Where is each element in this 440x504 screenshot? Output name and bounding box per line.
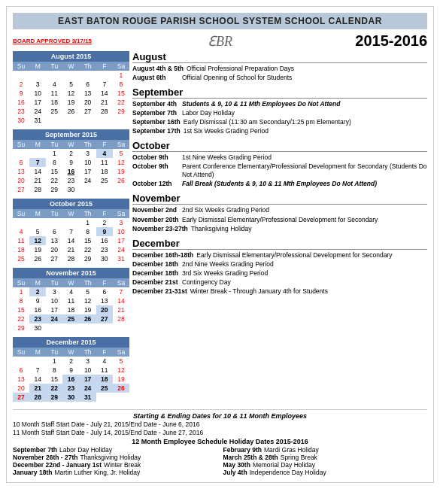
col-th: Th (80, 140, 96, 149)
date-cell: 13 (80, 89, 96, 98)
date-cell: 18 (62, 305, 79, 314)
event-item: August 4th & 5th Official Professional P… (132, 65, 427, 73)
event-item: September 4th Students & 9, 10 & 11 Mth … (132, 100, 427, 108)
col-m: M (29, 278, 46, 287)
event-date: December 16th-18th (132, 251, 193, 260)
date-cell: 3 (80, 149, 96, 158)
holiday-date: May 30th (223, 461, 250, 469)
date-cell: 20 (46, 245, 62, 254)
date-cell: 5 (62, 80, 79, 89)
date-cell: 3 (46, 287, 62, 296)
date-cell: 20 (13, 384, 29, 393)
date-cell: 17 (80, 375, 96, 384)
logo-text: ƐΒR (208, 34, 232, 49)
date-cell: 8 (113, 80, 129, 89)
event-desc: Labor Day Holiday (182, 109, 427, 117)
col-su: Su (13, 140, 29, 149)
date-cell: 5 (113, 357, 129, 366)
date-cell: 4 (96, 149, 113, 158)
date-cell: 25 (96, 384, 113, 393)
date-cell: 17 (80, 167, 96, 176)
event-item: December 21st Contingency Day (132, 278, 427, 287)
date-cell: 27 (13, 185, 29, 194)
col-m: M (29, 140, 46, 149)
holiday-item: July 4th Independence Day Holiday (223, 469, 428, 476)
november-header: November 2015 (13, 268, 129, 278)
holiday-date: March 25th & 28th (223, 454, 278, 461)
holiday-name: Mardi Gras Holiday (264, 446, 319, 454)
date-cell: 29 (46, 185, 62, 194)
date-cell (96, 71, 113, 80)
col-sa: Sa (113, 348, 129, 357)
date-cell: 12 (113, 158, 129, 167)
december-label: December (132, 238, 427, 250)
event-date: September 17th (132, 127, 181, 135)
event-desc: 3rd Six Weeks Grading Period (182, 269, 427, 278)
date-cell: 3 (80, 357, 96, 366)
date-cell: 30 (62, 393, 79, 402)
date-cell: 9 (96, 227, 113, 236)
staff-row-1: 10 Month Staff Start Date - July 21, 201… (13, 421, 427, 428)
date-cell: 25 (96, 176, 113, 185)
holiday-date: July 4th (223, 469, 247, 476)
date-cell: 11 (13, 236, 29, 245)
date-cell: 12 (113, 366, 129, 375)
november-table: Su M Tu W Th F Sa 1 2 3 4 5 6 (13, 278, 129, 332)
date-cell: 13 (46, 236, 62, 245)
date-cell: 11 (96, 366, 113, 375)
date-cell: 19 (62, 98, 79, 107)
date-cell: 31 (80, 393, 96, 402)
year-title: 2015-2016 (289, 32, 427, 50)
date-cell: 10 (46, 296, 62, 305)
date-cell: 7 (62, 227, 79, 236)
date-cell: 22 (80, 245, 96, 254)
event-date: November 23-27th (132, 225, 188, 233)
col-w: W (62, 209, 79, 218)
event-desc: Parent Conference Elementary/Professiona… (182, 162, 427, 179)
events-column: August August 4th & 5th Official Profess… (132, 51, 427, 406)
date-cell (96, 323, 113, 332)
december-calendar: December 2015 Su M Tu W Th F Sa 1 (13, 337, 129, 402)
date-cell (80, 185, 96, 194)
date-cell (96, 116, 113, 125)
holiday-name: Labor Day Holiday (59, 446, 112, 454)
event-item: September 7th Labor Day Holiday (132, 109, 427, 117)
event-desc: Students & 9, 10 & 11 Mth Employees Do N… (182, 100, 427, 108)
date-cell: 16 (13, 98, 29, 107)
event-desc: Official Opening of School for Students (182, 74, 427, 82)
event-date: December 21-31st (132, 287, 187, 296)
col-th: Th (80, 209, 96, 218)
date-cell: 26 (80, 314, 96, 323)
event-date: October 12th (132, 180, 179, 188)
event-desc: Winter Break - Through January 4th for S… (190, 287, 427, 296)
col-w: W (62, 62, 79, 71)
event-date: November 2nd (132, 206, 179, 214)
september-events: September September 4th Students & 9, 10… (132, 87, 427, 135)
date-cell: 29 (46, 393, 62, 402)
date-cell: 4 (46, 80, 62, 89)
date-cell: 9 (62, 366, 79, 375)
event-desc: Early Dismissal Elementary/Professional … (182, 216, 427, 224)
date-cell: 3 (29, 80, 46, 89)
holiday-name: Memorial Day Holiday (253, 461, 315, 469)
col-m: M (29, 62, 46, 71)
date-cell: 20 (96, 305, 113, 314)
holiday-date: November 26th - 27th (13, 454, 77, 461)
event-desc: Fall Break (Students & 9, 10 & 11 Mth Em… (182, 180, 427, 188)
date-cell (62, 71, 79, 80)
august-events: August August 4th & 5th Official Profess… (132, 51, 427, 82)
august-label: August (132, 51, 427, 63)
holiday-item: February 9th Mardi Gras Holiday (223, 446, 428, 454)
date-cell: 11 (62, 296, 79, 305)
date-cell: 19 (113, 167, 129, 176)
date-cell: 28 (113, 314, 129, 323)
holidays-title: 12 Month Employee Schedule Holiday Dates… (13, 438, 427, 445)
holiday-date: December 22nd - January 1st (13, 461, 102, 469)
event-desc: Thanksgiving Holiday (191, 225, 427, 233)
date-cell: 15 (113, 89, 129, 98)
date-cell: 7 (113, 287, 129, 296)
date-cell: 21 (62, 245, 79, 254)
date-cell: 30 (62, 185, 79, 194)
date-cell: 2 (62, 357, 79, 366)
holiday-date: January 18th (13, 469, 52, 476)
